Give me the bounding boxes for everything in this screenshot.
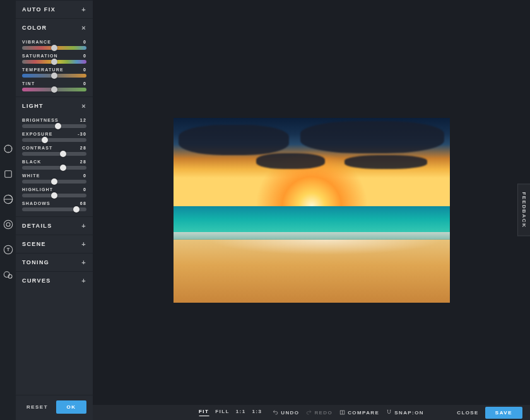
zoom-controls: FITFILL1:11:3	[199, 409, 262, 416]
param-value: -30	[78, 132, 86, 136]
param-vibrance: VIBRANCE0	[22, 37, 86, 51]
canvas-area: FITFILL1:11:3 UNDO REDO COMPARE SNAP:ON …	[93, 0, 530, 420]
slider-exposure[interactable]	[22, 138, 86, 142]
save-button[interactable]: SAVE	[485, 407, 522, 419]
slider-shadows[interactable]	[22, 207, 86, 211]
param-label: BLACK	[22, 160, 42, 164]
param-value: 0	[83, 67, 86, 72]
slider-knob[interactable]	[51, 86, 57, 93]
slider-tint[interactable]	[22, 88, 86, 91]
param-highlight: HIGHLIGHT0	[22, 185, 86, 199]
section-header-toning[interactable]: TONING+	[16, 253, 93, 271]
param-value: 0	[83, 54, 86, 58]
param-label: VIBRANCE	[22, 40, 51, 44]
param-label: TINT	[22, 81, 35, 86]
param-value: 0	[83, 187, 86, 192]
param-value: 0	[83, 40, 86, 44]
param-label: HIGHLIGHT	[22, 187, 53, 192]
image-preview[interactable]	[174, 118, 450, 303]
section-label: DETAILS	[22, 223, 52, 229]
section-label: COLOR	[22, 25, 47, 31]
slider-temperature[interactable]	[22, 74, 86, 78]
param-label: SHADOWS	[22, 201, 50, 206]
redo-button: REDO	[305, 409, 333, 416]
slider-knob[interactable]	[60, 151, 66, 157]
expand-icon[interactable]: +	[81, 240, 86, 248]
section-header-color[interactable]: COLOR×	[16, 18, 93, 37]
slider-knob[interactable]	[51, 73, 57, 79]
svg-point-0	[4, 145, 12, 153]
section-label: LIGHT	[22, 103, 44, 109]
slider-knob[interactable]	[60, 165, 66, 171]
slider-black[interactable]	[22, 166, 86, 170]
expand-icon[interactable]: +	[81, 222, 86, 230]
param-label: EXPOSURE	[22, 132, 53, 136]
slider-brightness[interactable]	[22, 124, 86, 128]
feedback-tab[interactable]: FEEDBACK	[517, 184, 530, 236]
section-header-details[interactable]: DETAILS+	[16, 216, 93, 235]
section-header-scene[interactable]: SCENE+	[16, 235, 93, 253]
bottom-bar: FITFILL1:11:3 UNDO REDO COMPARE SNAP:ON …	[93, 405, 530, 420]
slider-knob[interactable]	[51, 59, 57, 65]
slider-saturation[interactable]	[22, 60, 86, 64]
slider-knob[interactable]	[51, 192, 57, 199]
close-button[interactable]: CLOSE	[457, 410, 479, 416]
collapse-icon[interactable]: ×	[81, 24, 86, 32]
section-header-curves[interactable]: CURVES+	[16, 271, 93, 289]
svg-point-3	[4, 220, 13, 229]
slider-white[interactable]	[22, 180, 86, 184]
section-label: TONING	[22, 259, 49, 265]
param-label: BRIGHTNESS	[22, 118, 59, 122]
svg-point-4	[6, 223, 10, 226]
param-brightness: BRIGHTNESS12	[22, 115, 86, 129]
adjust-icon[interactable]	[3, 194, 14, 207]
zoom-fill[interactable]: FILL	[215, 409, 229, 416]
slider-contrast[interactable]	[22, 152, 86, 156]
collapse-icon[interactable]: ×	[81, 102, 86, 110]
zoom-fit[interactable]: FIT	[199, 409, 209, 416]
param-label: WHITE	[22, 173, 40, 178]
undo-button[interactable]: UNDO	[272, 409, 299, 416]
param-shadows: SHADOWS68	[22, 199, 86, 213]
param-value: 0	[83, 173, 86, 178]
expand-icon[interactable]: +	[81, 6, 86, 13]
section-header-light[interactable]: LIGHT×	[16, 96, 93, 115]
svg-point-6	[4, 272, 9, 277]
retouch-icon[interactable]	[3, 269, 14, 283]
adjust-sidebar: AUTO FIX+COLOR×VIBRANCE0SATURATION0TEMPE…	[16, 0, 93, 420]
tool-strip	[0, 0, 16, 420]
slider-knob[interactable]	[42, 137, 48, 143]
param-contrast: CONTRAST28	[22, 143, 86, 157]
reset-button[interactable]: RESET	[22, 400, 52, 414]
ok-button[interactable]: OK	[56, 400, 86, 414]
expand-icon[interactable]: +	[81, 277, 86, 284]
param-value: 0	[83, 81, 86, 86]
param-value: 28	[80, 160, 86, 164]
section-header-autofix[interactable]: AUTO FIX+	[16, 0, 93, 18]
param-label: TEMPERATURE	[22, 67, 64, 72]
sparkle-icon[interactable]	[3, 143, 14, 157]
slider-knob[interactable]	[55, 123, 61, 129]
compare-button[interactable]: COMPARE	[339, 409, 379, 416]
snap-toggle[interactable]: SNAP:ON	[386, 409, 424, 416]
text-icon[interactable]	[3, 244, 14, 258]
effects-icon[interactable]	[3, 219, 14, 233]
param-white: WHITE0	[22, 171, 86, 185]
param-value: 28	[80, 146, 86, 150]
param-tint: TINT0	[22, 79, 86, 93]
expand-icon[interactable]: +	[81, 259, 86, 266]
slider-knob[interactable]	[51, 45, 57, 51]
slider-knob[interactable]	[73, 206, 80, 213]
zoom-1-1[interactable]: 1:1	[236, 409, 246, 416]
crop-icon[interactable]	[3, 168, 14, 182]
slider-vibrance[interactable]	[22, 46, 86, 50]
slider-highlight[interactable]	[22, 194, 86, 197]
param-saturation: SATURATION0	[22, 51, 86, 65]
param-value: 12	[80, 118, 86, 122]
param-value: 68	[80, 201, 86, 206]
zoom-1-3[interactable]: 1:3	[252, 409, 262, 416]
slider-knob[interactable]	[51, 178, 57, 185]
svg-rect-1	[4, 171, 11, 178]
param-exposure: EXPOSURE-30	[22, 129, 86, 143]
section-label: SCENE	[22, 241, 46, 247]
